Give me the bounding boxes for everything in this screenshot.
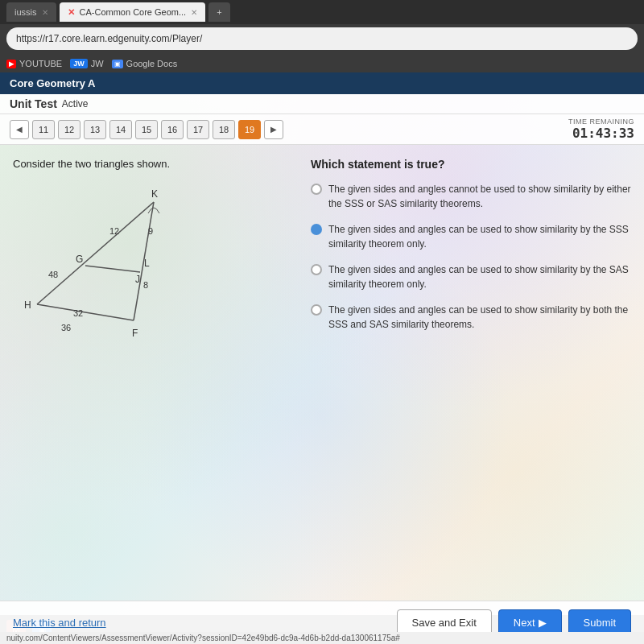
unit-test-label: Unit Test (10, 97, 57, 110)
option-b-text: The given sides and angles can be used t… (328, 222, 631, 251)
tab-empty[interactable]: + (208, 2, 229, 22)
question-13[interactable]: 13 (84, 120, 106, 139)
triangle-diagram: K G L J H F 12 9 8 (13, 180, 295, 352)
nav-left: Unit Test Active (10, 97, 89, 110)
svg-text:L: L (144, 258, 150, 269)
header-bar: Core Geometry A (0, 72, 644, 94)
nav-bar: Unit Test Active (0, 94, 644, 114)
prev-question-button[interactable]: ◀ (10, 120, 29, 139)
browser-chrome: iussis ✕ ✕ CA-Common Core Geom... ✕ + ht… (0, 0, 644, 72)
tab-label: CA-Common Core Geom... (80, 7, 187, 17)
bookmark-youtube[interactable]: ▶ YOUTUBE (6, 59, 62, 68)
svg-text:36: 36 (61, 323, 71, 332)
radio-b[interactable] (311, 224, 322, 235)
youtube-icon: ▶ (6, 60, 16, 68)
question-12[interactable]: 12 (58, 120, 80, 139)
url-text: https://r17.core.learn.edgenuity.com/Pla… (16, 33, 202, 44)
tab-edgenuity[interactable]: ✕ CA-Common Core Geom... ✕ (60, 2, 206, 22)
tab-bar: iussis ✕ ✕ CA-Common Core Geom... ✕ + (0, 0, 644, 24)
svg-text:9: 9 (148, 226, 153, 236)
answer-panel: Which statement is true? The given sides… (311, 158, 631, 352)
bookmark-label: Google Docs (126, 59, 178, 68)
radio-d[interactable] (311, 304, 322, 316)
close-icon[interactable]: ✕ (191, 8, 197, 17)
diagram-panel: Consider the two triangles shown. (13, 158, 295, 352)
option-a-text: The given sides and angles cannot be use… (328, 182, 631, 211)
svg-text:12: 12 (109, 226, 119, 236)
close-icon[interactable]: ✕ (42, 8, 48, 17)
course-title: Core Geometry A (10, 77, 95, 89)
tab-label: iussis (14, 7, 37, 17)
time-remaining: TIME REMAINING 01:43:33 (568, 118, 634, 141)
svg-text:J: J (135, 274, 140, 285)
svg-line-3 (85, 266, 140, 272)
svg-text:K: K (151, 188, 158, 200)
question-19[interactable]: 19 (238, 120, 261, 139)
question-14[interactable]: 14 (109, 120, 132, 139)
svg-text:32: 32 (73, 308, 83, 318)
question-17[interactable]: 17 (187, 120, 209, 139)
svg-line-2 (37, 304, 134, 320)
answer-option-d[interactable]: The given sides and angles can be used t… (311, 303, 631, 332)
question-text: Consider the two triangles shown. (13, 158, 295, 170)
answer-option-c[interactable]: The given sides and angles can be used t… (311, 262, 631, 291)
svg-line-0 (37, 202, 154, 304)
question-nav: ◀ 11 12 13 14 15 16 17 18 19 ▶ TIME REMA… (0, 114, 644, 145)
svg-text:F: F (132, 328, 138, 339)
active-badge: Active (62, 98, 89, 109)
option-d-text: The given sides and angles can be used t… (328, 303, 631, 332)
bookmarks-bar: ▶ YOUTUBE JW JW ▣ Google Docs (0, 53, 644, 74)
time-label: TIME REMAINING (568, 118, 634, 126)
next-question-button[interactable]: ▶ (264, 120, 283, 139)
bookmark-jw[interactable]: JW JW (70, 59, 103, 68)
svg-text:48: 48 (48, 270, 58, 279)
radio-c[interactable] (311, 264, 322, 275)
question-15[interactable]: 15 (135, 120, 158, 139)
next-label: Next (514, 617, 535, 629)
question-16[interactable]: 16 (161, 120, 184, 139)
main-content: Core Geometry A Unit Test Active ◀ 11 12… (0, 72, 644, 644)
question-11[interactable]: 11 (32, 120, 55, 139)
triangle-svg: K G L J H F 12 9 8 (13, 180, 270, 349)
option-c-text: The given sides and angles can be used t… (328, 262, 631, 291)
answer-option-a[interactable]: The given sides and angles cannot be use… (311, 182, 631, 211)
bookmark-label: JW (91, 59, 104, 68)
svg-text:8: 8 (143, 280, 148, 290)
bookmark-label: YOUTUBE (19, 59, 62, 68)
svg-text:H: H (24, 299, 31, 311)
radio-a[interactable] (311, 184, 322, 195)
question-area: Consider the two triangles shown. (0, 145, 644, 365)
answer-option-b[interactable]: The given sides and angles can be used t… (311, 222, 631, 251)
tab-iussis[interactable]: iussis ✕ (6, 2, 56, 22)
new-tab-icon: + (217, 7, 221, 17)
tab-x-icon: ✕ (68, 7, 75, 18)
docs-icon: ▣ (112, 60, 123, 68)
jw-icon: JW (70, 59, 88, 68)
mark-return-link[interactable]: Mark this and return (13, 617, 106, 629)
question-18[interactable]: 18 (213, 120, 235, 139)
svg-text:G: G (76, 254, 83, 265)
time-value: 01:43:33 (568, 126, 634, 141)
next-arrow-icon: ▶ (539, 617, 547, 629)
bookmark-docs[interactable]: ▣ Google Docs (112, 59, 178, 68)
which-statement: Which statement is true? (311, 158, 631, 171)
address-bar[interactable]: https://r17.core.learn.edgenuity.com/Pla… (6, 27, 638, 50)
url-status-bar: nuity.com/ContentViewers/AssessmentViewe… (0, 632, 644, 644)
